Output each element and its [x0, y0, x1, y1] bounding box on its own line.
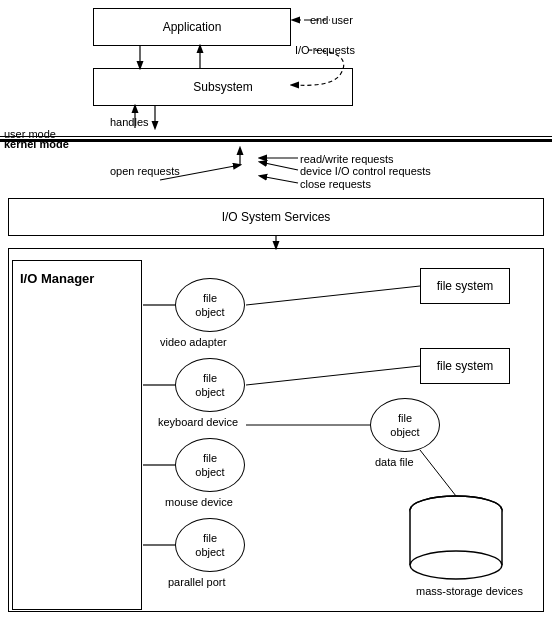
- subsystem-label: Subsystem: [193, 80, 252, 94]
- file-object-oval-4: file object: [175, 518, 245, 572]
- io-manager-label: I/O Manager: [20, 270, 94, 288]
- io-manager-box: [12, 260, 142, 610]
- video-adapter-label: video adapter: [160, 336, 227, 348]
- parallel-port-label: parallel port: [168, 576, 225, 588]
- application-box: Application: [93, 8, 291, 46]
- mouse-device-label: mouse device: [165, 496, 233, 508]
- mode-line-thin: [0, 136, 552, 137]
- file-object-oval-5: file object: [370, 398, 440, 452]
- io-services-label: I/O System Services: [222, 210, 331, 224]
- io-requests-label: I/O requests: [295, 44, 355, 56]
- keyboard-device-label: keyboard device: [158, 416, 238, 428]
- file-system-box-1: file system: [420, 268, 510, 304]
- io-services-box: I/O System Services: [8, 198, 544, 236]
- diagram: Application Subsystem end user I/O reque…: [0, 0, 552, 620]
- handles-label: handles: [110, 116, 149, 128]
- subsystem-box: Subsystem: [93, 68, 353, 106]
- file-object-oval-2: file object: [175, 358, 245, 412]
- end-user-label: end user: [310, 14, 353, 26]
- open-requests-label: open requests: [110, 165, 180, 177]
- data-file-label: data file: [375, 456, 414, 468]
- file-system-box-2: file system: [420, 348, 510, 384]
- read-write-label: read/write requests: [300, 153, 394, 165]
- close-requests-label: close requests: [300, 178, 371, 190]
- device-io-label: device I/O control requests: [300, 165, 431, 177]
- application-label: Application: [163, 20, 222, 34]
- file-object-oval-3: file object: [175, 438, 245, 492]
- file-object-oval-1: file object: [175, 278, 245, 332]
- kernel-mode-label: kernel mode: [4, 138, 69, 150]
- mode-line-thick: [0, 139, 552, 142]
